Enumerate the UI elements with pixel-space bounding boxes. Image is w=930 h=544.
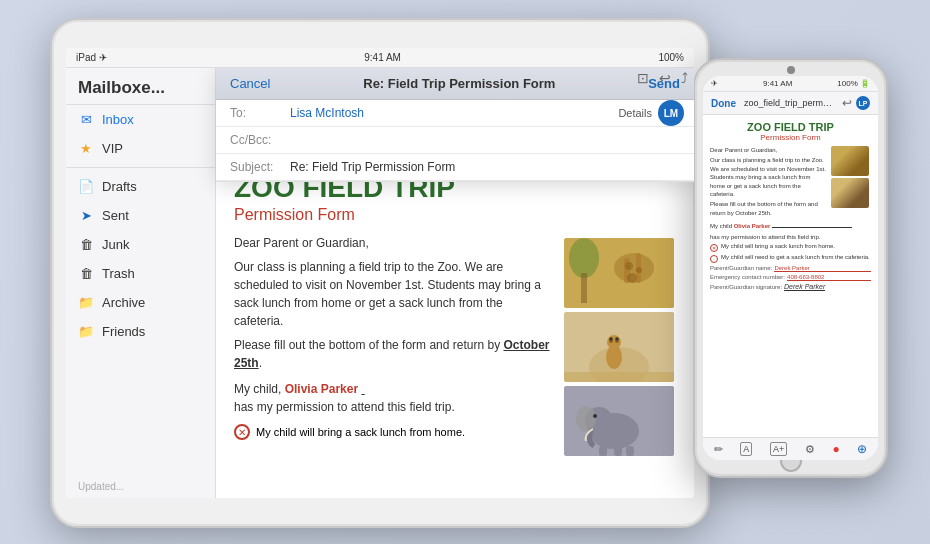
gear-icon[interactable]: ⚙ <box>805 443 815 456</box>
svg-rect-24 <box>599 446 607 456</box>
svg-point-22 <box>576 406 596 432</box>
iphone-checkbox1-row: My child will bring a sack lunch from ho… <box>710 243 871 252</box>
star-icon: ★ <box>78 141 94 156</box>
iphone-para2: Our class is planning a field trip to th… <box>710 156 827 198</box>
email-main: ZOO FIELD TRIP Permission Form Dear Pare… <box>216 68 694 498</box>
iphone-checkbox2[interactable] <box>710 255 718 263</box>
iphone-field1-value: Derek Parker <box>774 265 871 272</box>
iphone-giraffe-img <box>831 146 869 176</box>
done-button[interactable]: Done <box>711 98 736 109</box>
svg-point-23 <box>593 414 597 418</box>
child-name: Olivia Parker <box>285 382 358 396</box>
svg-point-6 <box>636 267 642 273</box>
compose-sheet: ⊡ ↩ ⤴ Cancel Re: Field Trip Permission F… <box>216 68 694 182</box>
subject-value: Re: Field Trip Permission Form <box>290 160 680 174</box>
iphone-zoo-title: ZOO FIELD TRIP <box>710 121 871 133</box>
iphone-permission: Permission Form <box>710 133 871 142</box>
sidebar-item-sent[interactable]: ➤ Sent <box>66 201 215 230</box>
sidebar-item-inbox[interactable]: ✉ Inbox <box>66 105 215 134</box>
ipad-content-area: Mailboxe... ✉ Inbox ★ VIP 📄 Drafts <box>66 68 694 498</box>
deadline-text: October 25th <box>234 338 550 370</box>
ipad-device: iPad ✈ 9:41 AM 100% Mailboxe... ✉ Inbox … <box>50 18 710 528</box>
cc-field[interactable]: Cc/Bcc: <box>216 127 694 154</box>
drafts-icon: 📄 <box>78 179 94 194</box>
svg-point-7 <box>627 273 637 283</box>
iphone-status-center: 9:41 AM <box>763 79 792 88</box>
iphone-nav: Done zoo_field_trip_permis... ↩ LP <box>703 92 878 115</box>
folder-icon: 📁 <box>78 324 94 339</box>
email-para2: Our class is planning a field trip to th… <box>234 258 554 330</box>
copy-icon[interactable]: ⊡ <box>637 70 649 86</box>
text-icon1[interactable]: A <box>740 442 752 456</box>
giraffe-image <box>564 238 674 308</box>
ipad-screen: iPad ✈ 9:41 AM 100% Mailboxe... ✉ Inbox … <box>66 48 694 498</box>
iphone-field3-label: Parent/Guardian signature: <box>710 284 782 290</box>
sidebar-item-archive[interactable]: 📁 Archive <box>66 288 215 317</box>
iphone-status-left: ✈ <box>711 79 718 88</box>
elephant-image <box>564 386 674 456</box>
iphone-signature: Derek Parker <box>784 283 825 291</box>
ipad-status-left: iPad ✈ <box>76 52 107 63</box>
iphone-child-suffix: has my permission to attend this field t… <box>710 233 871 241</box>
pen-icon[interactable]: ✏ <box>714 443 723 456</box>
iphone-field2-label: Emergency contact number: <box>710 274 785 280</box>
iphone-status-right: 100% 🔋 <box>837 79 870 88</box>
filename-label: zoo_field_trip_permis... <box>744 98 834 108</box>
iphone-body: ZOO FIELD TRIP Permission Form Dear Pare… <box>703 115 878 437</box>
ipad-statusbar: iPad ✈ 9:41 AM 100% <box>66 48 694 68</box>
trash-icon: 🗑 <box>78 266 94 281</box>
compose-toolbar: ⊡ ↩ ⤴ <box>637 70 688 86</box>
ipad-status-right: 100% <box>658 52 684 63</box>
svg-point-13 <box>607 335 621 349</box>
wildlife-images <box>564 238 684 460</box>
svg-point-5 <box>625 262 633 270</box>
iphone-screen: ✈ 9:41 AM 100% 🔋 Done zoo_field_trip_per… <box>703 76 878 460</box>
undo-icon[interactable]: ↩ <box>659 70 671 86</box>
iphone-checkbox2-row: My child will need to get a sack lunch f… <box>710 254 871 263</box>
svg-rect-9 <box>581 273 587 303</box>
iphone-checkbox2-label: My child will need to get a sack lunch f… <box>721 254 870 260</box>
add-icon[interactable]: ⊕ <box>857 442 867 456</box>
sidebar-item-junk[interactable]: 🗑 Junk <box>66 230 215 259</box>
sender-avatar: LM <box>658 100 684 126</box>
sidebar-item-trash[interactable]: 🗑 Trash <box>66 259 215 288</box>
share-icon[interactable]: ⤴ <box>681 70 688 86</box>
sidebar-item-friends[interactable]: 📁 Friends <box>66 317 215 346</box>
refresh-icon[interactable]: ↩ <box>842 96 852 110</box>
sidebar-item-label: Inbox <box>102 112 203 127</box>
sidebar: Mailboxe... ✉ Inbox ★ VIP 📄 Drafts <box>66 68 216 498</box>
sidebar-item-label: Trash <box>102 266 203 281</box>
record-icon[interactable]: ● <box>832 442 839 456</box>
iphone-statusbar: ✈ 9:41 AM 100% 🔋 <box>703 76 878 92</box>
junk-icon: 🗑 <box>78 237 94 252</box>
sidebar-divider <box>66 167 215 168</box>
permission-label: Permission Form <box>234 206 676 224</box>
svg-point-16 <box>610 338 613 341</box>
email-para1: Dear Parent or Guardian, <box>234 234 554 252</box>
iphone-child-line: My child Olivia Parker <box>710 222 871 230</box>
sidebar-item-vip[interactable]: ★ VIP <box>66 134 215 163</box>
sidebar-item-label: Friends <box>102 324 203 339</box>
cancel-button[interactable]: Cancel <box>230 76 270 91</box>
to-label: To: <box>230 106 290 120</box>
ipad-status-center: 9:41 AM <box>364 52 401 63</box>
svg-point-8 <box>569 238 599 278</box>
iphone-content-row: Dear Parent or Guardian, Our class is pl… <box>710 146 871 219</box>
iphone-avatar: LP <box>856 96 870 110</box>
cc-label: Cc/Bcc: <box>230 133 290 147</box>
iphone-field1-label: Parent/Guardian name: <box>710 265 772 271</box>
iphone-device: ✈ 9:41 AM 100% 🔋 Done zoo_field_trip_per… <box>693 58 888 478</box>
sidebar-item-drafts[interactable]: 📄 Drafts <box>66 172 215 201</box>
subject-field[interactable]: Subject: Re: Field Trip Permission Form <box>216 154 694 181</box>
sidebar-item-label: Drafts <box>102 179 203 194</box>
sidebar-item-label: Sent <box>102 208 203 223</box>
details-label: Details <box>618 107 652 119</box>
iphone-checkbox1-label: My child will bring a sack lunch from ho… <box>721 243 835 249</box>
svg-point-17 <box>616 338 619 341</box>
svg-rect-25 <box>614 446 622 456</box>
text-icon2[interactable]: A+ <box>770 442 787 456</box>
inbox-icon: ✉ <box>78 112 94 127</box>
iphone-checkbox1[interactable] <box>710 244 718 252</box>
iphone-field2-row: Emergency contact number: 408-663-8802 <box>710 274 871 281</box>
email-para3: Please fill out the bottom of the form a… <box>234 336 554 372</box>
